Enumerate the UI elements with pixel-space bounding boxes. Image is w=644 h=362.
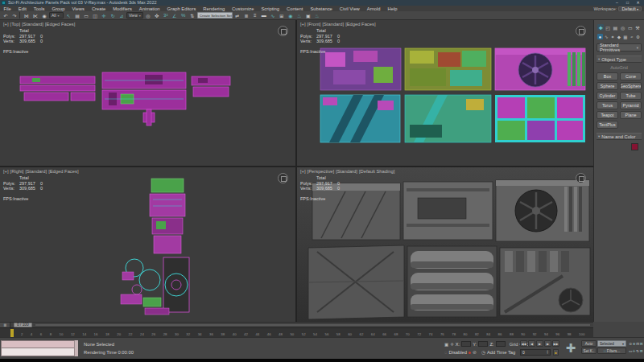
- viewport-label-token[interactable]: [Standard]: [336, 169, 357, 174]
- time-slider[interactable]: ≣ 0 / 100: [0, 322, 593, 327]
- menu-item[interactable]: Graph Editors: [163, 6, 200, 11]
- primitive-button[interactable]: GeoSphere: [620, 82, 642, 90]
- menu-item[interactable]: File: [0, 6, 14, 11]
- use-pivot-point-icon[interactable]: ◎: [144, 12, 152, 19]
- select-and-scale-icon[interactable]: ⊿: [118, 12, 126, 19]
- viewport-label-token[interactable]: [Edged Faces]: [48, 169, 78, 174]
- subtab-cameras[interactable]: ◆: [616, 34, 621, 39]
- menu-item[interactable]: Tools: [30, 6, 48, 11]
- align-icon[interactable]: ≣: [242, 12, 250, 19]
- current-frame-marker[interactable]: [10, 329, 14, 337]
- select-and-move-icon[interactable]: ✛: [100, 12, 108, 19]
- reference-coordinate-dropdown[interactable]: View: [126, 12, 143, 19]
- track-bar[interactable]: 0246810121416182022242628303234363840424…: [0, 327, 593, 337]
- primitive-button[interactable]: Box: [597, 72, 618, 80]
- primitive-button[interactable]: Cylinder: [597, 92, 618, 100]
- viewport-right[interactable]: [+][Right][Standard][Edged Faces] Total …: [0, 167, 295, 322]
- spinner-snap-icon[interactable]: ⇅: [188, 12, 196, 19]
- layer-manager-icon[interactable]: ≡: [251, 12, 259, 19]
- viewport-label-token[interactable]: [+]: [300, 22, 306, 27]
- select-and-manipulate-icon[interactable]: ✜: [153, 12, 161, 19]
- viewport-right-canvas[interactable]: [0, 167, 295, 322]
- subtab-lights[interactable]: ✦: [610, 34, 616, 39]
- key-mode-toggle-icon[interactable]: ■: [553, 349, 559, 356]
- subtab-geometry[interactable]: ●: [597, 34, 603, 39]
- schematic-view-icon[interactable]: ⊞: [278, 12, 286, 19]
- subtab-helpers[interactable]: ▦: [622, 34, 628, 39]
- adaptive-degradation-icon[interactable]: ◌: [444, 350, 447, 355]
- tab-display[interactable]: ▭: [627, 24, 634, 31]
- redo-icon[interactable]: ↷: [10, 12, 19, 19]
- autogrid-checkbox[interactable]: AutoGrid: [594, 65, 644, 70]
- select-object-icon[interactable]: ↖: [64, 12, 72, 19]
- maxscript-listener-scrollbar[interactable]: [74, 340, 78, 356]
- next-frame-button[interactable]: ▶: [544, 340, 551, 347]
- viewport-front-canvas[interactable]: [297, 20, 593, 166]
- viewport-label-token[interactable]: [Top]: [10, 22, 21, 27]
- key-filters-button[interactable]: ⚿Filters...: [597, 348, 626, 354]
- named-selection-set-dropdown[interactable]: Create Selection Set: [197, 12, 233, 19]
- viewport-label-token[interactable]: [Front]: [308, 22, 321, 27]
- subtab-systems[interactable]: ⚙: [635, 34, 641, 39]
- viewcube-gizmo[interactable]: [278, 26, 288, 36]
- object-type-rollout[interactable]: ▾ Object Type: [597, 56, 642, 63]
- viewport-label-token[interactable]: [Standard]: [322, 22, 344, 27]
- viewcube-gizmo[interactable]: [576, 173, 586, 183]
- frame-spinner-icon[interactable]: ▴▾: [547, 350, 548, 355]
- menu-item[interactable]: Create: [88, 6, 109, 11]
- viewcube-gizmo[interactable]: [278, 173, 288, 183]
- go-to-start-button[interactable]: ◀◀: [520, 340, 527, 347]
- curve-editor-icon[interactable]: ∿: [269, 12, 277, 19]
- select-and-rotate-icon[interactable]: ↻: [109, 12, 117, 19]
- tab-utilities[interactable]: ⚒: [634, 24, 641, 31]
- menu-item[interactable]: Help: [384, 6, 401, 11]
- maximize-viewport-icon[interactable]: ⊞: [640, 348, 644, 355]
- primitive-button[interactable]: Teapot: [597, 111, 618, 119]
- viewport-label-token[interactable]: [+]: [3, 22, 9, 27]
- primitive-button[interactable]: TextPlus: [597, 121, 618, 129]
- play-button[interactable]: ▶: [536, 340, 543, 347]
- primitive-button[interactable]: Cone: [620, 72, 642, 80]
- primitive-button[interactable]: Pyramid: [620, 101, 642, 109]
- percent-snap-icon[interactable]: %: [180, 12, 188, 19]
- selection-filter-dropdown[interactable]: All: [49, 12, 64, 19]
- viewport-label-token[interactable]: [Edged Faces]: [345, 22, 375, 27]
- rectangular-selection-region-icon[interactable]: ▭: [82, 12, 90, 19]
- viewport-label-token[interactable]: [Perspective]: [308, 169, 335, 174]
- maximize-button[interactable]: □: [625, 0, 630, 6]
- name-and-color-rollout[interactable]: ▾ Name and Color: [597, 133, 642, 140]
- close-button[interactable]: ✕: [635, 0, 641, 6]
- time-slider-track[interactable]: [35, 324, 590, 326]
- primitive-button[interactable]: Tube: [620, 92, 642, 100]
- set-key-button[interactable]: Set K..: [581, 348, 597, 354]
- go-to-end-button[interactable]: ▶▶: [552, 340, 559, 347]
- viewport-label-token[interactable]: [Standard]: [22, 22, 43, 27]
- menu-item[interactable]: Customize: [229, 6, 258, 11]
- menu-item[interactable]: Substance: [307, 6, 336, 11]
- key-filter-dropdown[interactable]: Selected: [597, 340, 626, 347]
- material-editor-icon[interactable]: ◉: [287, 12, 295, 19]
- undo-icon[interactable]: ↶: [2, 12, 10, 19]
- tab-motion[interactable]: ◎: [620, 24, 626, 31]
- menu-item[interactable]: Modifiers: [109, 6, 136, 11]
- bind-to-space-warp-icon[interactable]: ◉: [40, 12, 48, 19]
- maxscript-listener-pink-pane[interactable]: [1, 340, 78, 348]
- tab-modify[interactable]: ◰: [605, 24, 611, 31]
- maxscript-mini-listener[interactable]: [1, 340, 78, 356]
- viewport-label-token[interactable]: [+]: [300, 169, 306, 174]
- subtab-space-warps[interactable]: ≈: [629, 34, 634, 39]
- mirror-icon[interactable]: ⇄: [233, 12, 242, 19]
- ribbon-toggle-icon[interactable]: ▬: [260, 12, 268, 19]
- primitive-button[interactable]: Torus: [597, 101, 618, 109]
- menu-item[interactable]: Rendering: [200, 6, 229, 11]
- subtab-shapes[interactable]: ∿: [604, 34, 609, 39]
- select-by-name-icon[interactable]: ▤: [73, 12, 81, 19]
- viewport-label-token[interactable]: [Standard]: [25, 169, 47, 174]
- viewport-top-canvas[interactable]: [0, 20, 295, 166]
- workspace-dropdown[interactable]: Default: [618, 6, 642, 11]
- minimize-button[interactable]: –: [614, 0, 620, 6]
- disabled-toggle[interactable]: Disabled: [448, 350, 467, 355]
- viewport-perspective-canvas[interactable]: [297, 167, 593, 322]
- viewport-front[interactable]: [+][Front][Standard][Edged Faces] Total …: [297, 20, 593, 166]
- selection-lock-icon[interactable]: ▣: [444, 342, 448, 347]
